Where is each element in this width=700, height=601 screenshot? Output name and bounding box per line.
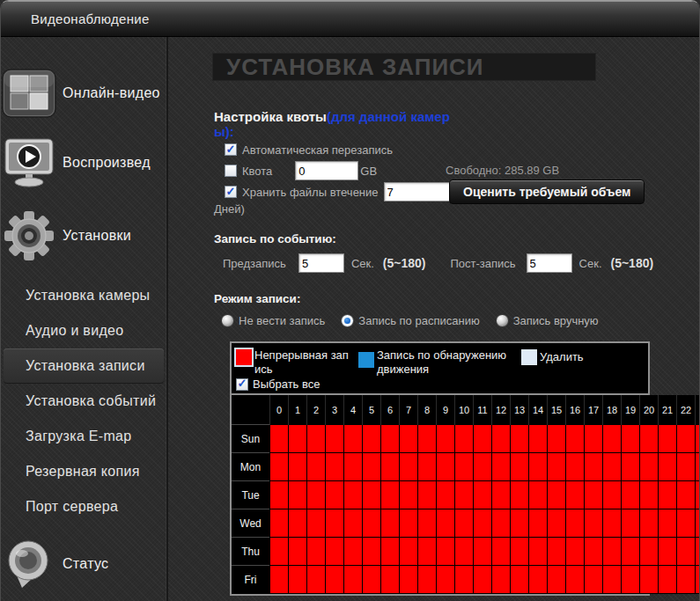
schedule-cell[interactable] — [270, 453, 289, 481]
schedule-cell[interactable] — [289, 566, 307, 594]
schedule-cell[interactable] — [622, 566, 640, 594]
select-all-checkbox[interactable] — [236, 378, 248, 391]
schedule-cell[interactable] — [307, 509, 326, 538]
schedule-cell[interactable] — [492, 425, 511, 453]
schedule-cell[interactable] — [381, 538, 400, 566]
schedule-cell[interactable] — [640, 481, 659, 509]
schedule-cell[interactable] — [363, 566, 381, 594]
schedule-cell[interactable] — [659, 453, 677, 481]
schedule-cell[interactable] — [511, 538, 529, 566]
schedule-cell[interactable] — [381, 425, 400, 453]
schedule-cell[interactable] — [548, 453, 566, 481]
schedule-cell[interactable] — [289, 538, 307, 566]
schedule-cell[interactable] — [418, 453, 437, 481]
schedule-cell[interactable] — [622, 453, 640, 481]
schedule-cell[interactable] — [474, 566, 492, 594]
schedule-cell[interactable] — [307, 481, 326, 509]
schedule-cell[interactable] — [418, 425, 437, 453]
schedule-cell[interactable] — [344, 538, 363, 566]
radio-icon[interactable] — [221, 314, 234, 327]
schedule-cell[interactable] — [585, 481, 603, 509]
schedule-cell[interactable] — [696, 538, 700, 566]
sidebar-item-установка-записи[interactable]: Установка записи — [4, 348, 164, 384]
schedule-cell[interactable] — [696, 509, 700, 538]
schedule-cell[interactable] — [326, 481, 344, 509]
schedule-cell[interactable] — [289, 509, 307, 538]
legend-item[interactable]: Удалить — [521, 348, 584, 365]
schedule-cell[interactable] — [455, 425, 474, 453]
schedule-cell[interactable] — [659, 538, 677, 566]
schedule-cell[interactable] — [400, 509, 418, 538]
schedule-cell[interactable] — [529, 453, 548, 481]
sidebar-item-аудио-и-видео[interactable]: Аудио и видео — [1, 313, 166, 348]
schedule-cell[interactable] — [344, 509, 363, 538]
schedule-cell[interactable] — [455, 453, 474, 481]
schedule-cell[interactable] — [659, 566, 677, 594]
schedule-cell[interactable] — [659, 481, 677, 509]
schedule-cell[interactable] — [381, 566, 400, 594]
schedule-cell[interactable] — [511, 425, 529, 453]
legend-item[interactable]: Непрерывная запись — [236, 348, 353, 377]
schedule-cell[interactable] — [270, 566, 289, 594]
schedule-cell[interactable] — [529, 481, 548, 509]
schedule-cell[interactable] — [529, 509, 548, 538]
schedule-cell[interactable] — [696, 566, 700, 594]
schedule-cell[interactable] — [622, 481, 640, 509]
schedule-cell[interactable] — [640, 566, 659, 594]
schedule-cell[interactable] — [418, 538, 437, 566]
schedule-cell[interactable] — [603, 566, 622, 594]
schedule-cell[interactable] — [474, 509, 492, 538]
schedule-cell[interactable] — [585, 425, 603, 453]
record-mode-option[interactable]: Не вести запись — [221, 314, 325, 327]
record-mode-option[interactable]: Запись по расписанию — [341, 314, 479, 327]
schedule-cell[interactable] — [400, 538, 418, 566]
pre-record-input[interactable] — [298, 253, 344, 273]
sidebar-item-загрузка-e-map[interactable]: Загрузка E-map — [1, 419, 166, 454]
sidebar-item-установка-событий[interactable]: Установка событий — [1, 384, 166, 419]
schedule-cell[interactable] — [307, 538, 326, 566]
schedule-cell[interactable] — [677, 509, 696, 538]
schedule-cell[interactable] — [511, 481, 529, 509]
schedule-cell[interactable] — [344, 425, 363, 453]
schedule-cell[interactable] — [474, 453, 492, 481]
schedule-cell[interactable] — [696, 481, 700, 509]
schedule-cell[interactable] — [289, 425, 307, 453]
schedule-cell[interactable] — [566, 425, 585, 453]
schedule-cell[interactable] — [603, 481, 622, 509]
schedule-cell[interactable] — [640, 425, 659, 453]
schedule-cell[interactable] — [474, 425, 492, 453]
schedule-cell[interactable] — [566, 509, 585, 538]
schedule-cell[interactable] — [400, 481, 418, 509]
schedule-cell[interactable] — [437, 509, 455, 538]
schedule-cell[interactable] — [326, 538, 344, 566]
radio-selected-icon[interactable] — [341, 314, 354, 327]
schedule-cell[interactable] — [455, 566, 474, 594]
sidebar-item-status[interactable]: Статус — [1, 539, 166, 590]
radio-icon[interactable] — [496, 314, 509, 327]
keep-files-checkbox[interactable] — [225, 186, 237, 198]
schedule-cell[interactable] — [566, 453, 585, 481]
schedule-cell[interactable] — [548, 425, 566, 453]
schedule-cell[interactable] — [270, 538, 289, 566]
schedule-cell[interactable] — [307, 425, 326, 453]
schedule-cell[interactable] — [677, 425, 696, 453]
schedule-cell[interactable] — [344, 453, 363, 481]
schedule-cell[interactable] — [640, 453, 659, 481]
schedule-cell[interactable] — [474, 538, 492, 566]
schedule-cell[interactable] — [677, 453, 696, 481]
sidebar-item-порт-сервера[interactable]: Порт сервера — [1, 489, 166, 524]
schedule-cell[interactable] — [474, 481, 492, 509]
schedule-cell[interactable] — [455, 509, 474, 538]
schedule-cell[interactable] — [455, 481, 474, 509]
sidebar-item-установка-камеры[interactable]: Установка камеры — [1, 278, 166, 313]
schedule-cell[interactable] — [529, 538, 548, 566]
schedule-cell[interactable] — [270, 481, 289, 509]
legend-swatch-icon[interactable] — [236, 349, 252, 365]
schedule-cell[interactable] — [492, 566, 511, 594]
schedule-cell[interactable] — [603, 425, 622, 453]
schedule-cell[interactable] — [529, 425, 548, 453]
schedule-cell[interactable] — [270, 425, 289, 453]
schedule-cell[interactable] — [437, 453, 455, 481]
schedule-cell[interactable] — [566, 566, 585, 594]
schedule-cell[interactable] — [437, 481, 455, 509]
